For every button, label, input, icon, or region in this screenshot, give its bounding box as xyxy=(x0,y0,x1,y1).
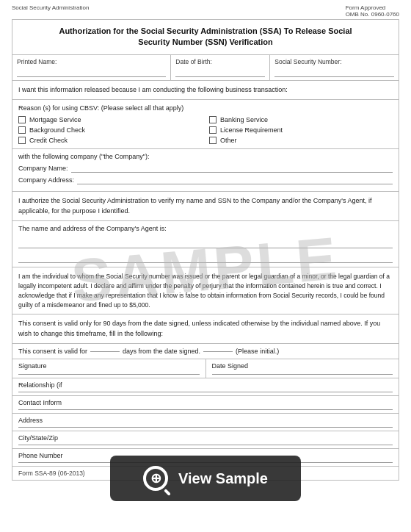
company-name-row: Company Name: xyxy=(18,164,393,173)
view-sample-label: View Sample xyxy=(178,470,268,487)
form-approved: Form Approved OMB No. 0960-0760 xyxy=(346,4,399,18)
printed-name-label: Printed Name: xyxy=(17,58,166,65)
contact-row: Contact Inform xyxy=(12,396,399,414)
agent-address-input[interactable] xyxy=(18,254,393,263)
reason-grid: Mortgage Service Banking Service Backgro… xyxy=(18,116,393,144)
company-name-label: Company Name: xyxy=(18,165,68,172)
agent-section: The name and address of the Company's Ag… xyxy=(12,221,399,267)
reason-title: Reason (s) for using CBSV: (Please selec… xyxy=(18,104,393,112)
contact-label: Contact Inform xyxy=(18,399,62,406)
relationship-label: Relationship (if xyxy=(18,381,62,389)
consent-prefix: This consent is valid for xyxy=(18,348,87,355)
reason-other-label: Other xyxy=(220,137,237,144)
company-section: with the following company ("the Company… xyxy=(12,149,399,192)
agency-name: Social Security Administration xyxy=(12,4,89,18)
reason-license[interactable]: License Requirement xyxy=(209,126,393,134)
checkbox-mortgage[interactable] xyxy=(18,116,26,123)
reason-banking-label: Banking Service xyxy=(220,116,268,123)
dob-label: Date of Birth: xyxy=(175,58,265,65)
page-wrapper: Social Security Administration Form Appr… xyxy=(0,0,411,532)
authorize-section: I authorize the Social Security Administ… xyxy=(12,192,399,221)
consent-suffix: (Please initial.) xyxy=(236,348,279,355)
phone-label: Phone Number xyxy=(18,452,63,459)
top-bar: Social Security Administration Form Appr… xyxy=(0,0,411,19)
city-input[interactable] xyxy=(18,445,393,445)
ssn-label: Social Security Number: xyxy=(274,58,394,65)
date-signed-cell: Date Signed xyxy=(206,359,399,378)
agent-name-input[interactable] xyxy=(18,240,393,248)
reason-mortgage-label: Mortgage Service xyxy=(29,116,81,123)
company-name-input[interactable] xyxy=(71,164,393,173)
address-label: Address xyxy=(18,417,43,424)
consent-middle: days from the date signed. xyxy=(123,348,200,355)
signature-input[interactable] xyxy=(18,374,200,375)
perjury-section: I am the individual to whom the Social S… xyxy=(12,267,399,314)
contact-input[interactable] xyxy=(18,409,393,410)
reason-background[interactable]: Background Check xyxy=(18,126,202,134)
reason-credit-label: Credit Check xyxy=(29,137,68,144)
ssn-value[interactable] xyxy=(274,68,394,77)
search-icon: ⊕ xyxy=(143,466,168,491)
reason-section: Reason (s) for using CBSV: (Please selec… xyxy=(12,100,399,149)
reason-mortgage[interactable]: Mortgage Service xyxy=(18,116,202,123)
signature-label: Signature xyxy=(18,362,47,370)
reason-banking[interactable]: Banking Service xyxy=(209,116,393,123)
consent-initial-input[interactable] xyxy=(203,351,233,352)
reason-other[interactable]: Other xyxy=(209,137,393,144)
city-label: City/State/Zip xyxy=(18,434,58,442)
dob-cell: Date of Birth: xyxy=(171,55,270,80)
reason-credit[interactable]: Credit Check xyxy=(18,137,202,144)
consent-days-row: This consent is valid for days from the … xyxy=(12,344,399,359)
checkbox-background[interactable] xyxy=(18,126,26,134)
with-company-text: with the following company ("the Company… xyxy=(18,153,393,160)
intro-text: I want this information released because… xyxy=(12,81,399,101)
checkbox-other[interactable] xyxy=(209,137,217,144)
form-container: Authorization for the Social Security Ad… xyxy=(12,19,399,481)
agent-label: The name and address of the Company's Ag… xyxy=(18,225,393,232)
relationship-input[interactable] xyxy=(18,392,393,392)
date-signed-label: Date Signed xyxy=(212,362,249,370)
relationship-row: Relationship (if xyxy=(12,378,399,396)
form-title: Authorization for the Social Security Ad… xyxy=(12,20,399,55)
checkbox-credit[interactable] xyxy=(18,137,26,144)
checkbox-license[interactable] xyxy=(209,126,217,134)
address-row: Address xyxy=(12,414,399,431)
consent-section: This consent is valid only for 90 days f… xyxy=(12,314,399,344)
reason-license-label: License Requirement xyxy=(220,126,283,134)
printed-name-cell: Printed Name: xyxy=(12,55,171,80)
dob-value[interactable] xyxy=(175,68,265,77)
consent-days-input[interactable] xyxy=(90,351,120,352)
checkbox-banking[interactable] xyxy=(209,116,217,123)
printed-name-value[interactable] xyxy=(17,68,166,77)
company-address-row: Company Address: xyxy=(18,176,393,184)
company-address-label: Company Address: xyxy=(18,176,74,184)
reason-background-label: Background Check xyxy=(29,126,85,134)
signature-cell: Signature xyxy=(12,359,206,378)
company-address-input[interactable] xyxy=(77,176,393,184)
address-input[interactable] xyxy=(18,427,393,428)
date-signed-input[interactable] xyxy=(212,374,393,375)
name-dob-ssn-row: Printed Name: Date of Birth: Social Secu… xyxy=(12,55,399,81)
signature-row: Signature Date Signed xyxy=(12,359,399,378)
view-sample-button[interactable]: ⊕ View Sample xyxy=(110,456,301,501)
city-row: City/State/Zip xyxy=(12,431,399,449)
ssn-cell: Social Security Number: xyxy=(270,55,399,80)
